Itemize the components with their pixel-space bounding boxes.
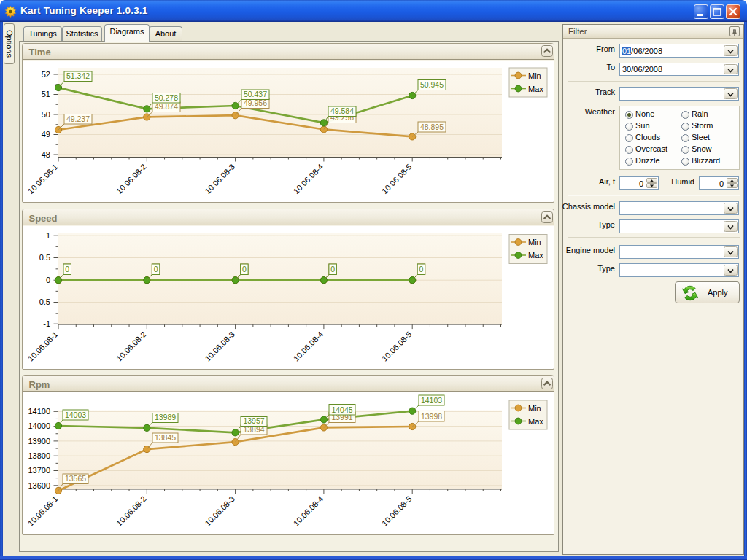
svg-text:49.956: 49.956 bbox=[244, 98, 267, 107]
svg-text:10.06.08-1: 10.06.08-1 bbox=[26, 494, 60, 528]
svg-text:14045: 14045 bbox=[331, 405, 352, 414]
svg-text:14103: 14103 bbox=[421, 396, 442, 405]
svg-text:49.584: 49.584 bbox=[330, 106, 354, 115]
svg-text:Min: Min bbox=[528, 238, 541, 246]
svg-text:10.06.08-2: 10.06.08-2 bbox=[115, 162, 148, 195]
svg-text:14000: 14000 bbox=[28, 421, 50, 430]
svg-text:10.06.08-4: 10.06.08-4 bbox=[292, 162, 325, 195]
svg-text:13845: 13845 bbox=[155, 433, 176, 442]
svg-text:48.895: 48.895 bbox=[420, 122, 444, 131]
svg-text:1: 1 bbox=[46, 231, 50, 240]
svg-text:50.945: 50.945 bbox=[420, 80, 444, 89]
svg-text:13800: 13800 bbox=[28, 451, 50, 460]
svg-text:13957: 13957 bbox=[243, 416, 264, 425]
svg-text:10.06.08-5: 10.06.08-5 bbox=[380, 330, 414, 363]
svg-text:Max: Max bbox=[528, 417, 543, 426]
svg-text:51: 51 bbox=[42, 90, 50, 98]
svg-text:-1: -1 bbox=[43, 319, 50, 328]
svg-text:13998: 13998 bbox=[421, 412, 442, 421]
svg-text:Max: Max bbox=[528, 85, 543, 93]
svg-text:50.278: 50.278 bbox=[155, 93, 178, 102]
svg-text:50.437: 50.437 bbox=[244, 90, 267, 98]
svg-text:0.5: 0.5 bbox=[39, 253, 50, 262]
svg-text:10.06.08-4: 10.06.08-4 bbox=[292, 494, 325, 528]
svg-text:52: 52 bbox=[42, 70, 50, 79]
svg-text:0: 0 bbox=[242, 265, 247, 273]
svg-text:49.237: 49.237 bbox=[66, 114, 90, 123]
svg-text:10.06.08-1: 10.06.08-1 bbox=[26, 162, 60, 195]
svg-text:10.06.08-1: 10.06.08-1 bbox=[26, 330, 60, 363]
svg-text:10.06.08-2: 10.06.08-2 bbox=[115, 494, 148, 528]
svg-text:0: 0 bbox=[46, 276, 50, 284]
svg-text:50: 50 bbox=[42, 110, 50, 119]
svg-text:13989: 13989 bbox=[155, 413, 176, 421]
svg-text:10.06.08-3: 10.06.08-3 bbox=[203, 494, 236, 528]
svg-text:14100: 14100 bbox=[28, 407, 50, 416]
svg-text:Min: Min bbox=[528, 404, 541, 413]
svg-text:-0.5: -0.5 bbox=[36, 298, 50, 306]
svg-text:0: 0 bbox=[419, 265, 424, 273]
svg-text:10.06.08-3: 10.06.08-3 bbox=[203, 330, 236, 363]
svg-text:13600: 13600 bbox=[28, 481, 50, 490]
svg-text:0: 0 bbox=[65, 265, 69, 273]
svg-text:0: 0 bbox=[154, 265, 158, 273]
svg-text:49: 49 bbox=[42, 130, 50, 139]
svg-text:49.874: 49.874 bbox=[155, 102, 178, 111]
svg-text:10.06.08-3: 10.06.08-3 bbox=[203, 162, 236, 195]
svg-text:48: 48 bbox=[42, 150, 50, 159]
svg-text:0: 0 bbox=[330, 265, 335, 273]
svg-text:13700: 13700 bbox=[28, 466, 50, 475]
svg-text:Max: Max bbox=[528, 251, 543, 260]
svg-text:10.06.08-2: 10.06.08-2 bbox=[115, 330, 148, 363]
svg-text:14003: 14003 bbox=[65, 411, 86, 419]
svg-text:10.06.08-5: 10.06.08-5 bbox=[380, 494, 414, 528]
svg-text:Min: Min bbox=[528, 71, 541, 80]
svg-text:10.06.08-5: 10.06.08-5 bbox=[380, 162, 414, 195]
svg-text:10.06.08-4: 10.06.08-4 bbox=[292, 330, 325, 363]
svg-text:51.342: 51.342 bbox=[66, 71, 90, 80]
svg-text:13900: 13900 bbox=[28, 437, 50, 446]
svg-text:13565: 13565 bbox=[65, 474, 86, 483]
